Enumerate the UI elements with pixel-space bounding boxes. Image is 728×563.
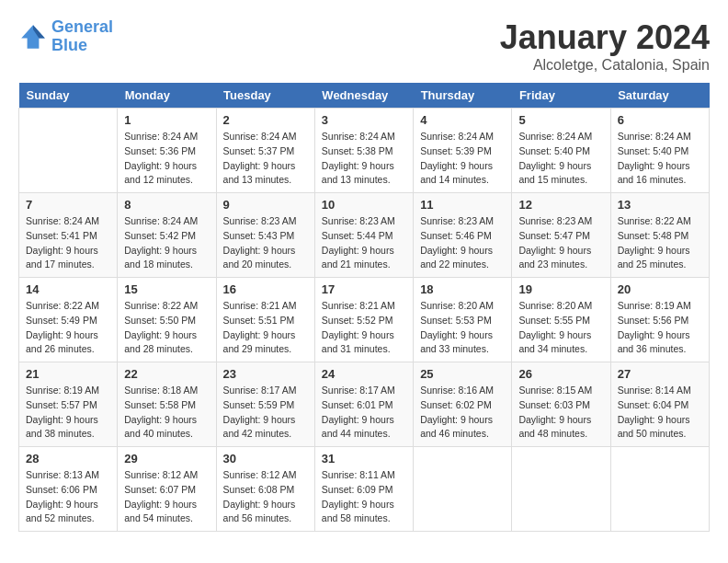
- calendar-cell: [414, 447, 512, 532]
- day-number: 31: [322, 452, 406, 465]
- calendar-cell: 6Sunrise: 8:24 AMSunset: 5:40 PMDaylight…: [610, 109, 709, 193]
- calendar-cell: 28Sunrise: 8:13 AMSunset: 6:06 PMDayligh…: [19, 447, 118, 532]
- day-number: 28: [26, 452, 110, 465]
- day-detail: Sunrise: 8:19 AMSunset: 5:57 PMDaylight:…: [26, 384, 110, 442]
- calendar-table: SundayMondayTuesdayWednesdayThursdayFrid…: [18, 83, 710, 532]
- day-detail: Sunrise: 8:18 AMSunset: 5:58 PMDaylight:…: [124, 384, 209, 442]
- calendar-cell: 30Sunrise: 8:12 AMSunset: 6:08 PMDayligh…: [216, 447, 314, 532]
- calendar-week-row: 1Sunrise: 8:24 AMSunset: 5:36 PMDaylight…: [19, 109, 710, 193]
- calendar-header-row: SundayMondayTuesdayWednesdayThursdayFrid…: [19, 83, 710, 109]
- day-number: 9: [223, 198, 308, 212]
- day-detail: Sunrise: 8:24 AMSunset: 5:40 PMDaylight:…: [618, 130, 702, 188]
- day-number: 5: [518, 113, 603, 127]
- calendar-cell: 31Sunrise: 8:11 AMSunset: 6:09 PMDayligh…: [314, 447, 413, 532]
- day-number: 1: [124, 113, 209, 127]
- day-detail: Sunrise: 8:15 AMSunset: 6:03 PMDaylight:…: [518, 384, 603, 442]
- day-number: 10: [322, 198, 406, 212]
- day-detail: Sunrise: 8:17 AMSunset: 6:01 PMDaylight:…: [322, 384, 406, 442]
- page-header: General Blue January 2024 Alcoletge, Cat…: [18, 18, 710, 74]
- day-detail: Sunrise: 8:21 AMSunset: 5:52 PMDaylight:…: [322, 299, 406, 357]
- calendar-cell: 16Sunrise: 8:21 AMSunset: 5:51 PMDayligh…: [216, 278, 314, 362]
- calendar-cell: 29Sunrise: 8:12 AMSunset: 6:07 PMDayligh…: [118, 447, 216, 532]
- calendar-cell: 8Sunrise: 8:24 AMSunset: 5:42 PMDaylight…: [118, 193, 216, 278]
- calendar-cell: 25Sunrise: 8:16 AMSunset: 6:02 PMDayligh…: [414, 362, 512, 447]
- day-number: 16: [223, 282, 308, 296]
- calendar-cell: 26Sunrise: 8:15 AMSunset: 6:03 PMDayligh…: [512, 362, 610, 447]
- calendar-cell: 9Sunrise: 8:23 AMSunset: 5:43 PMDaylight…: [216, 193, 314, 278]
- calendar-cell: 10Sunrise: 8:23 AMSunset: 5:44 PMDayligh…: [314, 193, 413, 278]
- day-detail: Sunrise: 8:24 AMSunset: 5:38 PMDaylight:…: [322, 130, 406, 188]
- day-detail: Sunrise: 8:20 AMSunset: 5:55 PMDaylight:…: [518, 299, 603, 357]
- day-detail: Sunrise: 8:22 AMSunset: 5:49 PMDaylight:…: [26, 299, 110, 357]
- day-detail: Sunrise: 8:21 AMSunset: 5:51 PMDaylight:…: [223, 299, 308, 357]
- calendar-week-row: 28Sunrise: 8:13 AMSunset: 6:06 PMDayligh…: [19, 447, 710, 532]
- day-number: 13: [618, 198, 702, 212]
- day-number: 7: [26, 198, 110, 212]
- calendar-cell: 19Sunrise: 8:20 AMSunset: 5:55 PMDayligh…: [512, 278, 610, 362]
- day-number: 2: [223, 113, 308, 127]
- day-number: 11: [420, 198, 505, 212]
- day-number: 12: [518, 198, 603, 212]
- calendar-cell: 11Sunrise: 8:23 AMSunset: 5:46 PMDayligh…: [414, 193, 512, 278]
- day-detail: Sunrise: 8:24 AMSunset: 5:36 PMDaylight:…: [124, 130, 209, 188]
- calendar-cell: 17Sunrise: 8:21 AMSunset: 5:52 PMDayligh…: [314, 278, 413, 362]
- day-number: 17: [322, 282, 406, 296]
- calendar-cell: 4Sunrise: 8:24 AMSunset: 5:39 PMDaylight…: [414, 109, 512, 193]
- calendar-cell: 27Sunrise: 8:14 AMSunset: 6:04 PMDayligh…: [610, 362, 709, 447]
- day-header-friday: Friday: [512, 83, 610, 109]
- day-detail: Sunrise: 8:23 AMSunset: 5:47 PMDaylight:…: [518, 214, 603, 272]
- calendar-cell: 15Sunrise: 8:22 AMSunset: 5:50 PMDayligh…: [118, 278, 216, 362]
- day-detail: Sunrise: 8:24 AMSunset: 5:39 PMDaylight:…: [420, 130, 505, 188]
- day-detail: Sunrise: 8:14 AMSunset: 6:04 PMDaylight:…: [618, 384, 702, 442]
- day-detail: Sunrise: 8:24 AMSunset: 5:41 PMDaylight:…: [26, 214, 110, 272]
- day-header-monday: Monday: [118, 83, 216, 109]
- day-header-wednesday: Wednesday: [314, 83, 413, 109]
- day-detail: Sunrise: 8:12 AMSunset: 6:08 PMDaylight:…: [223, 468, 308, 526]
- day-detail: Sunrise: 8:16 AMSunset: 6:02 PMDaylight:…: [420, 384, 505, 442]
- calendar-cell: 3Sunrise: 8:24 AMSunset: 5:38 PMDaylight…: [314, 109, 413, 193]
- day-detail: Sunrise: 8:13 AMSunset: 6:06 PMDaylight:…: [26, 468, 110, 526]
- calendar-cell: 22Sunrise: 8:18 AMSunset: 5:58 PMDayligh…: [118, 362, 216, 447]
- calendar-cell: 7Sunrise: 8:24 AMSunset: 5:41 PMDaylight…: [19, 193, 118, 278]
- calendar-cell: 12Sunrise: 8:23 AMSunset: 5:47 PMDayligh…: [512, 193, 610, 278]
- day-number: 6: [618, 113, 702, 127]
- logo-text: General Blue: [51, 18, 113, 55]
- day-number: 24: [322, 367, 406, 381]
- day-detail: Sunrise: 8:23 AMSunset: 5:44 PMDaylight:…: [322, 214, 406, 272]
- day-number: 19: [518, 282, 603, 296]
- day-number: 23: [223, 367, 308, 381]
- day-number: 18: [420, 282, 505, 296]
- day-detail: Sunrise: 8:24 AMSunset: 5:37 PMDaylight:…: [223, 130, 308, 188]
- day-number: 26: [518, 367, 603, 381]
- day-detail: Sunrise: 8:12 AMSunset: 6:07 PMDaylight:…: [124, 468, 209, 526]
- day-number: 21: [26, 367, 110, 381]
- calendar-cell: [512, 447, 610, 532]
- calendar-cell: [19, 109, 118, 193]
- day-number: 3: [322, 113, 406, 127]
- calendar-cell: 18Sunrise: 8:20 AMSunset: 5:53 PMDayligh…: [414, 278, 512, 362]
- day-number: 8: [124, 198, 209, 212]
- day-number: 15: [124, 282, 209, 296]
- calendar-week-row: 14Sunrise: 8:22 AMSunset: 5:49 PMDayligh…: [19, 278, 710, 362]
- day-number: 29: [124, 452, 209, 465]
- calendar-cell: 1Sunrise: 8:24 AMSunset: 5:36 PMDaylight…: [118, 109, 216, 193]
- calendar-week-row: 7Sunrise: 8:24 AMSunset: 5:41 PMDaylight…: [19, 193, 710, 278]
- day-header-sunday: Sunday: [19, 83, 118, 109]
- day-detail: Sunrise: 8:17 AMSunset: 5:59 PMDaylight:…: [223, 384, 308, 442]
- day-detail: Sunrise: 8:23 AMSunset: 5:46 PMDaylight:…: [420, 214, 505, 272]
- day-detail: Sunrise: 8:24 AMSunset: 5:42 PMDaylight:…: [124, 214, 209, 272]
- day-header-tuesday: Tuesday: [216, 83, 314, 109]
- day-number: 14: [26, 282, 110, 296]
- calendar-cell: [610, 447, 709, 532]
- day-detail: Sunrise: 8:22 AMSunset: 5:48 PMDaylight:…: [618, 214, 702, 272]
- day-detail: Sunrise: 8:19 AMSunset: 5:56 PMDaylight:…: [618, 299, 702, 357]
- day-detail: Sunrise: 8:20 AMSunset: 5:53 PMDaylight:…: [420, 299, 505, 357]
- day-detail: Sunrise: 8:24 AMSunset: 5:40 PMDaylight:…: [518, 130, 603, 188]
- day-detail: Sunrise: 8:11 AMSunset: 6:09 PMDaylight:…: [322, 468, 406, 526]
- day-header-saturday: Saturday: [610, 83, 709, 109]
- day-number: 27: [618, 367, 702, 381]
- month-title: January 2024: [500, 18, 710, 57]
- calendar-cell: 24Sunrise: 8:17 AMSunset: 6:01 PMDayligh…: [314, 362, 413, 447]
- calendar-cell: 2Sunrise: 8:24 AMSunset: 5:37 PMDaylight…: [216, 109, 314, 193]
- calendar-cell: 5Sunrise: 8:24 AMSunset: 5:40 PMDaylight…: [512, 109, 610, 193]
